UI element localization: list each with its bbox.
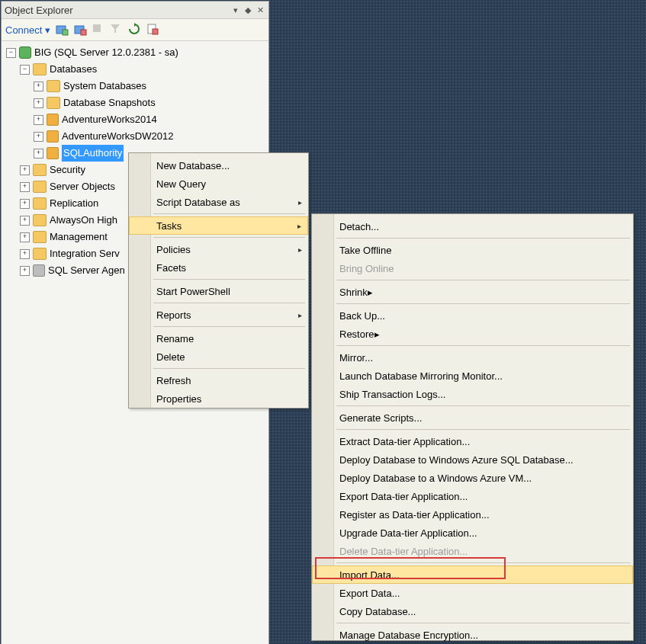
expand-icon[interactable]: +: [34, 149, 43, 159]
menu-properties[interactable]: Properties: [129, 389, 308, 408]
panel-titlebar: Object Explorer ▾ ◆ ✕: [2, 2, 268, 19]
toolbar: Connect ▾: [2, 19, 268, 41]
close-icon[interactable]: ✕: [255, 5, 265, 15]
expand-icon[interactable]: +: [20, 266, 30, 276]
menu-facets[interactable]: Facets: [129, 258, 308, 277]
svg-rect-8: [153, 29, 158, 34]
tree-system-databases[interactable]: +System Databases: [6, 78, 268, 95]
menu-extract-data-tier[interactable]: Extract Data-tier Application...: [312, 432, 633, 450]
menu-start-powershell[interactable]: Start PowerShell: [129, 282, 308, 300]
database-icon: [47, 147, 59, 159]
tree-adventureworks2014[interactable]: +AdventureWorks2014: [6, 111, 268, 128]
panel-title: Object Explorer: [5, 5, 229, 16]
expand-icon[interactable]: +: [20, 165, 30, 175]
expand-icon[interactable]: +: [20, 182, 30, 192]
menu-separator: [153, 237, 305, 238]
menu-take-offline[interactable]: Take Offline: [312, 241, 633, 259]
menu-separator: [336, 623, 630, 623]
tree-label: System Databases: [63, 78, 146, 95]
agent-icon: [33, 264, 45, 277]
tree-label: Database Snapshots: [63, 95, 156, 111]
menu-bring-online: Bring Online: [312, 259, 633, 277]
menu-new-query[interactable]: New Query: [129, 175, 308, 193]
expand-icon[interactable]: +: [20, 199, 30, 209]
menu-generate-scripts[interactable]: Generate Scripts...: [312, 409, 633, 427]
menu-shrink[interactable]: Shrink▸: [312, 283, 633, 301]
expand-icon[interactable]: +: [34, 115, 43, 125]
expand-icon[interactable]: +: [34, 82, 43, 91]
collapse-icon[interactable]: −: [20, 65, 30, 75]
menu-refresh[interactable]: Refresh: [129, 371, 308, 389]
tree-label: Integration Serv: [50, 245, 120, 262]
stop-icon[interactable]: [92, 23, 105, 37]
expand-icon[interactable]: +: [34, 98, 43, 108]
folder-icon: [33, 231, 47, 243]
collapse-icon[interactable]: −: [6, 48, 16, 58]
menu-separator: [153, 213, 305, 214]
svg-rect-3: [81, 30, 86, 35]
submenu-arrow-icon: ▸: [368, 287, 373, 298]
menu-separator: [336, 429, 630, 430]
connect-button[interactable]: Connect ▾: [5, 24, 50, 36]
menu-deploy-azure-sql[interactable]: Deploy Database to Windows Azure SQL Dat…: [312, 450, 633, 469]
filter-icon[interactable]: [110, 23, 124, 37]
expand-icon[interactable]: +: [20, 232, 30, 242]
context-menu-database: New Database... New Query Script Databas…: [128, 152, 309, 409]
folder-icon: [33, 214, 47, 226]
expand-icon[interactable]: +: [34, 132, 43, 142]
menu-manage-db-encryption[interactable]: Manage Database Encryption...: [312, 626, 633, 644]
svg-marker-6: [134, 23, 137, 27]
submenu-arrow-icon: ▸: [374, 328, 380, 340]
tree-label-selected: SQLAuthority: [62, 145, 124, 162]
refresh-icon[interactable]: [128, 23, 142, 37]
svg-rect-4: [93, 24, 101, 32]
menu-export-data[interactable]: Export Data...: [312, 584, 633, 602]
menu-separator: [153, 368, 305, 369]
window-options-icon[interactable]: ▾: [230, 5, 241, 15]
menu-reports[interactable]: Reports▸: [129, 306, 308, 324]
script-icon[interactable]: [146, 23, 160, 37]
menu-new-database[interactable]: New Database...: [129, 156, 308, 175]
menu-upgrade-data-tier[interactable]: Upgrade Data-tier Application...: [312, 524, 633, 542]
menu-delete[interactable]: Delete: [129, 348, 308, 366]
tree-snapshots[interactable]: +Database Snapshots: [6, 95, 268, 111]
tree-adventureworksdw2012[interactable]: +AdventureWorksDW2012: [6, 128, 268, 145]
tree-server[interactable]: −BIG (SQL Server 12.0.2381 - sa): [6, 44, 268, 61]
folder-icon: [47, 80, 60, 92]
server-icon: [19, 46, 31, 59]
context-menu-tasks: Detach... Take Offline Bring Online Shri…: [311, 213, 634, 641]
menu-rename[interactable]: Rename: [129, 329, 308, 348]
submenu-arrow-icon: ▸: [297, 222, 301, 230]
folder-icon: [47, 97, 60, 109]
menu-launch-mirroring-monitor[interactable]: Launch Database Mirroring Monitor...: [312, 367, 633, 385]
menu-import-data[interactable]: Import Data...: [312, 566, 633, 584]
menu-separator: [336, 303, 630, 304]
tree-databases[interactable]: −Databases: [6, 61, 268, 78]
submenu-arrow-icon: ▸: [298, 245, 302, 254]
tree-label: Databases: [50, 61, 97, 78]
svg-rect-1: [63, 30, 68, 35]
tree-label: SQL Server Agen: [48, 262, 125, 279]
pin-icon[interactable]: ◆: [243, 5, 253, 15]
menu-detach[interactable]: Detach...: [312, 217, 633, 235]
submenu-arrow-icon: ▸: [298, 198, 302, 207]
menu-mirror[interactable]: Mirror...: [312, 348, 633, 367]
menu-ship-transaction-logs[interactable]: Ship Transaction Logs...: [312, 385, 633, 403]
folder-icon: [33, 63, 47, 75]
menu-tasks[interactable]: Tasks▸: [129, 216, 308, 235]
connect-server-icon[interactable]: [55, 23, 69, 37]
expand-icon[interactable]: +: [20, 249, 30, 259]
menu-policies[interactable]: Policies▸: [129, 240, 308, 258]
menu-deploy-azure-vm[interactable]: Deploy Database to a Windows Azure VM...: [312, 469, 633, 487]
expand-icon[interactable]: +: [20, 216, 30, 226]
menu-export-data-tier[interactable]: Export Data-tier Application...: [312, 487, 633, 505]
menu-register-data-tier[interactable]: Register as Data-tier Application...: [312, 505, 633, 524]
menu-separator: [153, 279, 305, 280]
tree-label: AdventureWorks2014: [62, 111, 157, 128]
menu-restore[interactable]: Restore▸: [312, 325, 633, 343]
menu-script-database-as[interactable]: Script Database as▸: [129, 193, 308, 211]
disconnect-server-icon[interactable]: [73, 23, 87, 37]
menu-back-up[interactable]: Back Up...: [312, 306, 633, 325]
menu-copy-database[interactable]: Copy Database...: [312, 602, 633, 620]
tree-label: Replication: [50, 195, 98, 212]
